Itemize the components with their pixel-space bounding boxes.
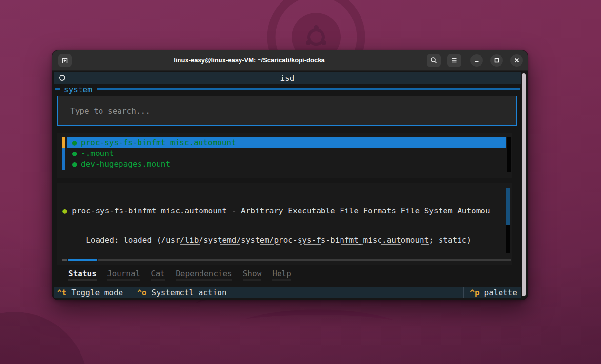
status-vertical-scrollbar[interactable] bbox=[506, 188, 510, 253]
search-placeholder: Type to search... bbox=[58, 106, 150, 115]
unit-row-selected[interactable]: ● proc-sys-fs-binfmt_misc.automount bbox=[57, 137, 512, 148]
loaded-post: ; static) bbox=[429, 235, 471, 245]
unit-list-scrollbar[interactable] bbox=[507, 137, 511, 172]
tab-show[interactable]: Show bbox=[243, 269, 262, 281]
status-title-line: ●proc-sys-fs-binfmt_misc.automount - Arb… bbox=[62, 206, 507, 216]
shortcut-palette[interactable]: ^ppalette bbox=[463, 287, 521, 298]
unit-state-icon: ● bbox=[72, 148, 77, 159]
unit-name: proc-sys-fs-binfmt_misc.automount bbox=[81, 137, 236, 148]
maximize-button[interactable] bbox=[490, 54, 503, 67]
section-rule-dash bbox=[55, 88, 60, 90]
shortcut-key: ^t bbox=[57, 288, 66, 297]
new-tab-button[interactable] bbox=[58, 54, 72, 67]
shortcut-label: Systemctl action bbox=[152, 288, 227, 297]
status-loaded-line: Loaded:loaded (/usr/lib/systemd/system/p… bbox=[62, 235, 507, 246]
new-tab-icon bbox=[61, 57, 69, 64]
terminal-content: isd system Type to search... ● proc-sys-… bbox=[52, 71, 528, 300]
minimize-button[interactable] bbox=[470, 54, 483, 67]
unit-state-icon: ● bbox=[72, 137, 77, 148]
status-title: proc-sys-fs-binfmt_misc.automount - Arbi… bbox=[72, 206, 490, 215]
status-output: ●proc-sys-fs-binfmt_misc.automount - Arb… bbox=[62, 187, 507, 265]
status-active-line: Active:active (running) since Sat 2025-1… bbox=[62, 264, 507, 265]
tab-help[interactable]: Help bbox=[272, 269, 291, 281]
unit-name: -.mount bbox=[81, 148, 114, 159]
active-label: Active: bbox=[62, 264, 119, 265]
shortcut-key: ^o bbox=[137, 288, 146, 297]
status-horizontal-scrollbar-thumb[interactable] bbox=[68, 259, 97, 261]
active-state: active (running) bbox=[123, 265, 199, 265]
tab-dependencies[interactable]: Dependencies bbox=[176, 269, 232, 281]
unit-name: dev-hugepages.mount bbox=[81, 159, 170, 170]
tab-journal[interactable]: Journal bbox=[107, 269, 140, 281]
minimize-icon bbox=[473, 57, 480, 64]
isd-header-bar: isd bbox=[54, 72, 521, 84]
spinner-icon bbox=[59, 75, 65, 81]
shortcut-label: palette bbox=[484, 288, 517, 297]
titlebar-search-button[interactable] bbox=[427, 54, 441, 67]
terminal-scrollbar[interactable] bbox=[522, 73, 526, 296]
status-horizontal-scrollbar-corner bbox=[62, 259, 67, 261]
shortcut-toggle-mode[interactable]: ^tToggle mode bbox=[57, 288, 123, 297]
window-headerbar: linux-easy@linux-easy-VM: ~/Scaricati/ko… bbox=[52, 50, 528, 71]
status-tabbar: Status Journal Cat Dependencies Show Hel… bbox=[57, 266, 512, 284]
shortcut-systemctl-action[interactable]: ^oSystemctl action bbox=[137, 288, 226, 297]
terminal-window: linux-easy@linux-easy-VM: ~/Scaricati/ko… bbox=[52, 50, 528, 300]
footer-shortcuts: ^tToggle mode ^oSystemctl action bbox=[54, 288, 227, 297]
search-icon bbox=[430, 57, 438, 64]
footer-bar: ^tToggle mode ^oSystemctl action ^ppalet… bbox=[54, 287, 521, 298]
status-panel: ●proc-sys-fs-binfmt_misc.automount - Arb… bbox=[57, 183, 512, 265]
hamburger-menu-button[interactable] bbox=[447, 54, 461, 67]
desktop-wallpaper: linux-easy@linux-easy-VM: ~/Scaricati/ko… bbox=[0, 0, 601, 364]
active-since: since Sat 2025-10-04 13:48:19 CEST; 9min… bbox=[199, 265, 410, 265]
status-vertical-scrollbar-thumb[interactable] bbox=[506, 188, 510, 225]
section-label: system bbox=[64, 85, 92, 94]
search-input[interactable]: Type to search... bbox=[57, 96, 517, 126]
loaded-pre: loaded ( bbox=[123, 235, 161, 245]
maximize-icon bbox=[493, 57, 500, 64]
unit-row[interactable]: ● dev-hugepages.mount bbox=[57, 159, 512, 170]
window-controls bbox=[427, 54, 523, 67]
isd-app-title: isd bbox=[54, 74, 521, 83]
tab-status[interactable]: Status bbox=[68, 269, 97, 281]
section-rule bbox=[97, 88, 520, 90]
close-icon bbox=[513, 57, 520, 64]
tab-cat[interactable]: Cat bbox=[151, 269, 165, 281]
section-header: system bbox=[54, 84, 521, 94]
status-horizontal-scrollbar-track[interactable] bbox=[98, 259, 511, 261]
unit-list: ● proc-sys-fs-binfmt_misc.automount ● -.… bbox=[57, 133, 512, 178]
status-state-dot-icon: ● bbox=[62, 206, 67, 216]
hamburger-icon bbox=[450, 57, 458, 64]
loaded-path[interactable]: /usr/lib/systemd/system/proc-sys-fs-binf… bbox=[161, 235, 429, 245]
shortcut-key: ^p bbox=[470, 288, 479, 297]
unit-row[interactable]: ● -.mount bbox=[57, 148, 512, 159]
loaded-label: Loaded: bbox=[62, 235, 119, 246]
unit-state-icon: ● bbox=[72, 159, 77, 170]
window-title: linux-easy@linux-easy-VM: ~/Scaricati/ko… bbox=[72, 57, 427, 64]
shortcut-label: Toggle mode bbox=[71, 288, 123, 297]
close-button[interactable] bbox=[510, 54, 523, 67]
